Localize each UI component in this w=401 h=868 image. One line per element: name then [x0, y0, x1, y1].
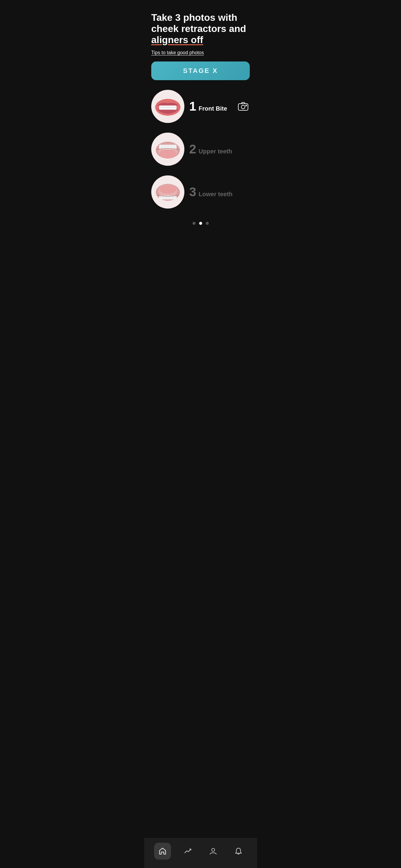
- photo-info-lower-teeth: 3 Lower teeth: [189, 186, 250, 198]
- photo-item-lower-teeth: 3 Lower teeth: [151, 173, 250, 211]
- main-content: Take 3 photos with cheek retractors and …: [144, 0, 257, 237]
- dot-2[interactable]: [199, 222, 202, 225]
- photo-name-lower-teeth: Lower teeth: [199, 191, 232, 198]
- headline-underline: aligners off: [151, 34, 203, 45]
- photo-info-front-bite: 1 Front Bite: [189, 100, 250, 113]
- photo-circle-upper-teeth[interactable]: [151, 133, 185, 166]
- photo-number-1: 1: [189, 100, 196, 113]
- photo-circle-lower-teeth[interactable]: [151, 176, 185, 209]
- photo-name-front-bite: Front Bite: [199, 105, 227, 112]
- stage-label: STAGE X: [183, 67, 218, 74]
- svg-rect-12: [238, 104, 248, 110]
- page-headline: Take 3 photos with cheek retractors and …: [151, 12, 250, 45]
- svg-point-26: [159, 185, 176, 193]
- tips-link[interactable]: Tips to take good photos: [151, 50, 204, 56]
- lower-teeth-illustration: [154, 181, 181, 203]
- photo-circle-front-bite[interactable]: [151, 90, 185, 123]
- photo-item-front-bite: 1 Front Bite: [151, 87, 250, 125]
- svg-point-13: [241, 105, 245, 109]
- page-indicators: [151, 222, 250, 225]
- svg-point-14: [246, 105, 247, 106]
- dot-1[interactable]: [193, 222, 196, 225]
- photo-name-upper-teeth: Upper teeth: [199, 148, 232, 155]
- upper-teeth-illustration: [154, 138, 181, 160]
- photo-item-upper-teeth: 2 Upper teeth: [151, 130, 250, 168]
- svg-point-17: [159, 149, 176, 158]
- camera-button-front-bite[interactable]: [236, 100, 250, 113]
- photo-label-upper-teeth: 2 Upper teeth: [189, 143, 232, 156]
- photo-label-front-bite: 1 Front Bite: [189, 100, 227, 113]
- stage-banner: STAGE X: [151, 61, 250, 80]
- photo-number-2: 2: [189, 143, 196, 156]
- front-bite-illustration: [154, 96, 181, 117]
- photo-list: 1 Front Bite: [151, 87, 250, 211]
- camera-icon: [238, 101, 248, 112]
- dot-3[interactable]: [206, 222, 209, 225]
- photo-info-upper-teeth: 2 Upper teeth: [189, 143, 250, 156]
- photo-number-3: 3: [189, 186, 196, 198]
- photo-label-lower-teeth: 3 Lower teeth: [189, 186, 233, 198]
